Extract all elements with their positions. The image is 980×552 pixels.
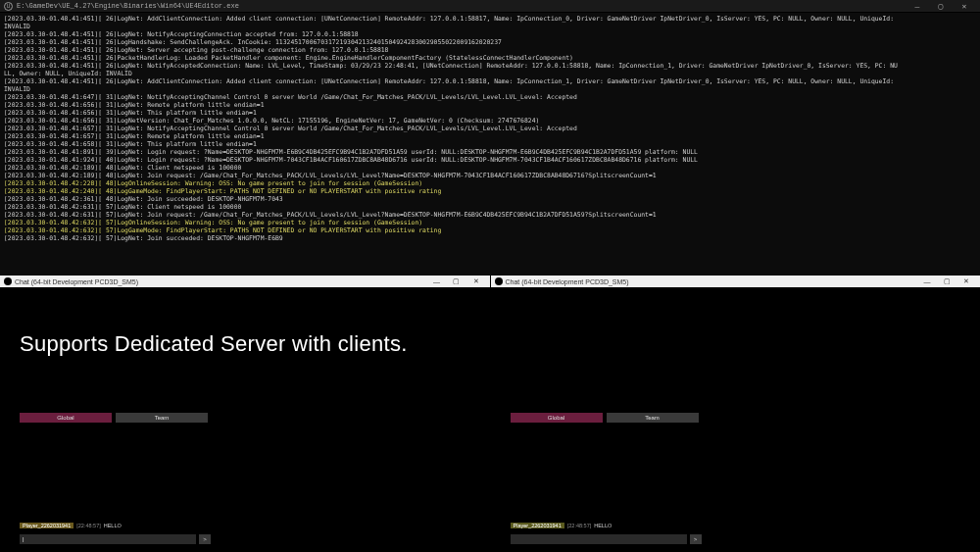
client1-title: Chat (64-bit Development PCD3D_SM5) bbox=[15, 278, 427, 285]
console-line: INVALID bbox=[4, 23, 976, 30]
chat-tabs: Global Team bbox=[20, 413, 208, 423]
ue-icon bbox=[4, 277, 12, 285]
editor-title: E:\GameDev\UE_4.27\Engine\Binaries\Win64… bbox=[17, 2, 906, 10]
client1-viewport[interactable]: Supports Dedicated Server with clients. … bbox=[0, 287, 490, 552]
client2-titlebar: Chat (64-bit Development PCD3D_SM5) — ▢ … bbox=[491, 276, 981, 287]
chat-message: Player_2262031941 [22:48:57] HELLO bbox=[511, 523, 612, 528]
console-line: INVALID bbox=[4, 85, 976, 93]
tab-global[interactable]: Global bbox=[511, 413, 603, 423]
chat-tabs: Global Team bbox=[511, 413, 699, 423]
client1-titlebar: Chat (64-bit Development PCD3D_SM5) — ▢ … bbox=[0, 276, 490, 287]
console-line: [2023.03.30-01.48.41:451][ 26]LogHandsha… bbox=[4, 38, 976, 46]
overlay-caption: Supports Dedicated Server with clients. bbox=[20, 331, 408, 357]
tab-team[interactable]: Team bbox=[116, 413, 208, 423]
chat-timestamp: [22:48:57] bbox=[567, 523, 591, 528]
chat-timestamp: [22:48:57] bbox=[76, 523, 100, 528]
maximize-button[interactable]: ▢ bbox=[447, 276, 466, 287]
maximize-button[interactable]: ▢ bbox=[929, 0, 953, 12]
client2-viewport[interactable]: Global Team Player_2262031941 [22:48:57]… bbox=[491, 287, 981, 552]
console-line: [2023.03.30-01.48.42:361][ 48]LogNet: Jo… bbox=[4, 195, 976, 203]
chat-text: HELLO bbox=[594, 523, 612, 528]
chat-send-button[interactable]: > bbox=[199, 534, 211, 544]
console-line: [2023.03.30-01.48.42:632][ 57]LogGameMod… bbox=[4, 226, 976, 234]
console-line: [2023.03.30-01.48.41:656][ 31]LogNetVers… bbox=[4, 117, 976, 125]
clients-row: Chat (64-bit Development PCD3D_SM5) — ▢ … bbox=[0, 276, 980, 552]
minimize-button[interactable]: — bbox=[906, 0, 929, 12]
tab-global[interactable]: Global bbox=[20, 413, 112, 423]
console-line: [2023.03.30-01.48.41:924][ 40]LogNet: Lo… bbox=[4, 156, 976, 164]
console-line: [2023.03.30-01.48.42:189][ 48]LogNet: Jo… bbox=[4, 172, 976, 179]
minimize-button[interactable]: — bbox=[917, 276, 937, 287]
ue-icon bbox=[495, 277, 503, 285]
player-name-tag: Player_2262031941 bbox=[20, 523, 74, 528]
maximize-button[interactable]: ▢ bbox=[937, 276, 956, 287]
console-line: [2023.03.30-01.48.41:451][ 26]LogNet: Ad… bbox=[4, 77, 976, 85]
chat-message: Player_2262031941 [22:48:57] HELLO bbox=[20, 523, 122, 528]
editor-window-controls: — ▢ ✕ bbox=[906, 0, 976, 12]
console-line: [2023.03.30-01.48.41:656][ 31]LogNet: Re… bbox=[4, 101, 976, 109]
console-line: [2023.03.30-01.48.41:451][ 26]LogNet: Ad… bbox=[4, 15, 976, 23]
chat-text: HELLO bbox=[104, 523, 122, 528]
console-line: [2023.03.30-01.48.41:656][ 31]LogNet: Th… bbox=[4, 109, 976, 117]
console-line: [2023.03.30-01.48.41:891][ 39]LogNet: Lo… bbox=[4, 148, 976, 156]
chat-input-row: > bbox=[511, 534, 702, 544]
chat-send-button[interactable]: > bbox=[690, 534, 702, 544]
console-line: [2023.03.30-01.48.41:647][ 31]LogNet: No… bbox=[4, 93, 976, 101]
console-line: [2023.03.30-01.48.42:240][ 48]LogGameMod… bbox=[4, 187, 976, 195]
console-line: [2023.03.30-01.48.42:631][ 57]LogNet: Cl… bbox=[4, 203, 976, 211]
console-line: [2023.03.30-01.48.42:189][ 48]LogNet: Cl… bbox=[4, 164, 976, 172]
close-button[interactable]: ✕ bbox=[956, 276, 976, 287]
ue-icon: U bbox=[4, 2, 13, 11]
editor-titlebar: U E:\GameDev\UE_4.27\Engine\Binaries\Win… bbox=[0, 0, 980, 13]
chat-input-row: > bbox=[20, 534, 211, 544]
console-line: [2023.03.30-01.48.42:228][ 48]LogOnlineS… bbox=[4, 179, 976, 187]
close-button[interactable]: ✕ bbox=[953, 0, 976, 12]
client-window-2: Chat (64-bit Development PCD3D_SM5) — ▢ … bbox=[491, 276, 981, 552]
minimize-button[interactable]: — bbox=[427, 276, 447, 287]
client1-window-controls: — ▢ ✕ bbox=[427, 276, 486, 287]
client2-window-controls: — ▢ ✕ bbox=[917, 276, 976, 287]
console-output[interactable]: [2023.03.30-01.48.41:451][ 26]LogNet: Ad… bbox=[0, 13, 980, 276]
tab-team[interactable]: Team bbox=[607, 413, 699, 423]
console-line: LL, Owner: NULL, UniqueId: INVALID bbox=[4, 70, 976, 77]
console-line: [2023.03.30-01.48.41:451][ 26]LogNet: No… bbox=[4, 30, 976, 38]
console-line: [2023.03.30-01.48.42:632][ 57]LogNet: Jo… bbox=[4, 234, 976, 242]
chat-input[interactable] bbox=[511, 534, 687, 544]
close-button[interactable]: ✕ bbox=[466, 276, 486, 287]
client2-title: Chat (64-bit Development PCD3D_SM5) bbox=[506, 278, 918, 285]
console-line: [2023.03.30-01.48.42:631][ 57]LogNet: Jo… bbox=[4, 211, 976, 219]
client-window-1: Chat (64-bit Development PCD3D_SM5) — ▢ … bbox=[0, 276, 490, 552]
console-line: [2023.03.30-01.48.41:451][ 26]LogNet: No… bbox=[4, 62, 976, 70]
console-line: [2023.03.30-01.48.41:451][ 26]LogNet: Se… bbox=[4, 46, 976, 54]
console-line: [2023.03.30-01.48.41:451][ 26]PacketHand… bbox=[4, 54, 976, 62]
console-line: [2023.03.30-01.48.42:632][ 57]LogOnlineS… bbox=[4, 219, 976, 226]
console-line: [2023.03.30-01.48.41:657][ 31]LogNet: No… bbox=[4, 125, 976, 132]
console-line: [2023.03.30-01.48.41:657][ 31]LogNet: Re… bbox=[4, 132, 976, 140]
console-line: [2023.03.30-01.48.41:658][ 31]LogNet: Th… bbox=[4, 140, 976, 148]
player-name-tag: Player_2262031941 bbox=[511, 523, 564, 528]
chat-input[interactable] bbox=[20, 534, 196, 544]
